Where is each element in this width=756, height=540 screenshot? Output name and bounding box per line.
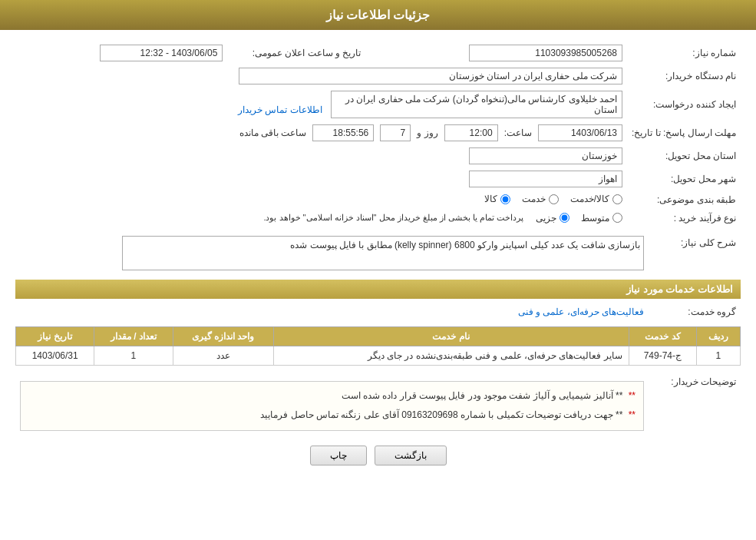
buyer-org-value: شرکت ملی حفاری ایران در استان خوزستان bbox=[239, 68, 622, 84]
city-label: شهر محل تحویل: bbox=[627, 167, 741, 190]
creator-label: ایجاد کننده درخواست: bbox=[627, 88, 741, 121]
deadline-label: مهلت ارسال پاسخ: تا تاریخ: bbox=[627, 121, 741, 144]
buyer-notes-line2: ** ** جهت دریافت توضیحات تکمیلی با شماره… bbox=[28, 407, 636, 424]
deadline-days: 7 bbox=[380, 124, 411, 141]
page-header: جزئیات اطلاعات نیاز bbox=[0, 0, 756, 30]
purchase-type-row: متوسط جزیی پرداخت تمام یا بخشی از مبلغ خ… bbox=[20, 213, 622, 224]
purchase-type-label: نوع فرآیند خرید : bbox=[627, 210, 741, 227]
category-option-khedmat[interactable]: خدمت bbox=[522, 194, 559, 204]
back-button[interactable]: بازگشت bbox=[375, 446, 447, 465]
col-quantity: تعداد / مقدار bbox=[94, 326, 173, 346]
page-title: جزئیات اطلاعات نیاز bbox=[326, 8, 431, 22]
need-desc-label: شرح کلی نیاز: bbox=[649, 233, 741, 273]
deadline-row: 1403/06/13 ساعت: 12:00 روز و 7 18:55:56 … bbox=[20, 124, 622, 141]
deadline-remaining-label: ساعت باقی مانده bbox=[239, 128, 307, 138]
info-table: شماره نیاز: 1103093985005268 تاریخ و ساع… bbox=[15, 41, 741, 227]
cell-unit: عدد bbox=[173, 346, 273, 365]
purchase-option-jozi[interactable]: جزیی bbox=[536, 213, 569, 224]
buyer-notes-line1: ** ** آنالیز شیمیایی و آلیاژ شفت موجود و… bbox=[28, 388, 636, 405]
content-area: شماره نیاز: 1103093985005268 تاریخ و ساع… bbox=[0, 30, 756, 489]
buyer-org-label: نام دستگاه خریدار: bbox=[627, 65, 741, 88]
creator-value: احمد خلیلاوی کارشناس مالی(تنخواه گردان) … bbox=[331, 91, 622, 118]
table-row: 1 ج-74-749 سایر فعالیت‌های حرفه‌ای، علمی… bbox=[16, 346, 741, 365]
city-value: اهواز bbox=[469, 171, 622, 187]
col-service-code: کد خدمت bbox=[629, 326, 696, 346]
need-number-value: 1103093985005268 bbox=[469, 45, 622, 61]
buttons-row: بازگشت چاپ bbox=[15, 446, 741, 465]
announce-datetime-label: تاریخ و ساعت اعلان عمومی: bbox=[227, 41, 365, 65]
need-desc-value: بازسازی شافت یک عدد کیلی اسپاینر وارکو 6… bbox=[126, 240, 640, 250]
announce-datetime-value: 1403/06/05 - 12:32 bbox=[100, 45, 223, 61]
print-button[interactable]: چاپ bbox=[310, 446, 367, 465]
purchase-note: پرداخت تمام یا بخشی از مبلغ خریداز محل "… bbox=[263, 213, 523, 223]
deadline-remaining: 18:55:56 bbox=[312, 124, 374, 141]
service-group-label: گروه خدمت: bbox=[649, 303, 741, 320]
need-number-label: شماره نیاز: bbox=[627, 41, 741, 65]
col-row-num: ردیف bbox=[696, 326, 740, 346]
creator-contact-link[interactable]: اطلاعات تماس خریدار bbox=[238, 104, 322, 115]
page-wrapper: جزئیات اطلاعات نیاز شماره نیاز: 11030939… bbox=[0, 0, 756, 540]
category-option-kala-khedmat[interactable]: کالا/خدمت bbox=[570, 194, 622, 204]
service-info-title: اطلاعات خدمات مورد نیاز bbox=[15, 280, 741, 299]
buyer-notes-label: توضیحات خریدار: bbox=[649, 372, 741, 434]
category-radio-group: کالا/خدمت خدمت کالا bbox=[484, 194, 622, 204]
buyer-notes-table: توضیحات خریدار: ** ** آنالیز شیمیایی و آ… bbox=[15, 372, 741, 434]
service-group-link[interactable]: فعالیت‌های حرفه‌ای، علمی و فنی bbox=[518, 306, 644, 317]
cell-service-code: ج-74-749 bbox=[629, 346, 696, 365]
cell-quantity: 1 bbox=[94, 346, 173, 365]
service-table: ردیف کد خدمت نام خدمت واحد اندازه گیری ت… bbox=[15, 326, 741, 366]
purchase-option-motavaset[interactable]: متوسط bbox=[581, 213, 622, 224]
cell-date: 1403/06/31 bbox=[16, 346, 94, 365]
col-unit: واحد اندازه گیری bbox=[173, 326, 273, 346]
buyer-notes-content: ** ** آنالیز شیمیایی و آلیاژ شفت موجود و… bbox=[20, 381, 644, 431]
cell-service-name: سایر فعالیت‌های حرفه‌ای، علمی و فنی طبقه… bbox=[273, 346, 629, 365]
deadline-time-label: ساعت: bbox=[504, 128, 532, 138]
col-date: تاریخ نیاز bbox=[16, 326, 94, 346]
category-option-kala[interactable]: کالا bbox=[484, 194, 510, 204]
province-value: خوزستان bbox=[469, 147, 622, 164]
deadline-time: 12:00 bbox=[444, 124, 498, 141]
purchase-radio-group: متوسط جزیی bbox=[536, 213, 622, 224]
service-group-table: گروه خدمت: فعالیت‌های حرفه‌ای، علمی و فن… bbox=[15, 303, 741, 320]
province-label: استان محل تحویل: bbox=[627, 144, 741, 167]
cell-row-num: 1 bbox=[696, 346, 740, 365]
category-label: طبقه بندی موضوعی: bbox=[627, 190, 741, 210]
col-service-name: نام خدمت bbox=[273, 326, 629, 346]
need-desc-wrapper: بازسازی شافت یک عدد کیلی اسپاینر وارکو 6… bbox=[122, 236, 644, 270]
deadline-day-label: روز و bbox=[417, 128, 437, 138]
need-desc-table: شرح کلی نیاز: بازسازی شافت یک عدد کیلی ا… bbox=[15, 233, 741, 273]
deadline-date: 1403/06/13 bbox=[538, 124, 622, 141]
